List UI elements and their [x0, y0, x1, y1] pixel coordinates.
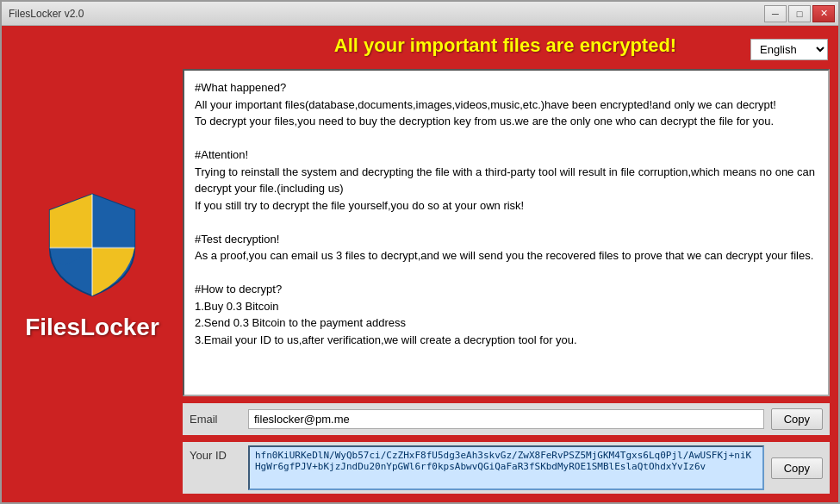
main-window: FilesLocker v2.0 ─ □ ✕ [0, 0, 840, 504]
header-title: All your important files are encrypted! [312, 34, 699, 57]
shield-icon [36, 188, 148, 300]
window-title: FilesLocker v2.0 [9, 8, 84, 20]
id-label: Your ID [190, 445, 241, 462]
language-select[interactable]: English Chinese Spanish French Russian [750, 39, 828, 60]
right-panel: All your important files are encrypted! … [183, 26, 838, 502]
email-label: Email [190, 413, 241, 426]
maximize-button[interactable]: □ [788, 5, 811, 22]
title-bar: FilesLocker v2.0 ─ □ ✕ [2, 2, 838, 26]
minimize-button[interactable]: ─ [764, 5, 787, 22]
id-copy-button[interactable]: Copy [771, 457, 823, 479]
message-textarea[interactable] [183, 69, 830, 396]
title-bar-buttons: ─ □ ✕ [764, 5, 835, 22]
content-area: FilesLocker All your important files are… [2, 26, 838, 502]
main-content: Email Copy Your ID Copy [183, 69, 830, 494]
email-row: Email Copy [183, 403, 830, 435]
close-button[interactable]: ✕ [812, 5, 835, 22]
id-textarea[interactable] [248, 445, 764, 490]
left-panel: FilesLocker [2, 26, 183, 502]
email-input[interactable] [248, 409, 764, 429]
id-row: Your ID Copy [183, 442, 830, 494]
app-name-label: FilesLocker [25, 314, 159, 341]
email-copy-button[interactable]: Copy [771, 408, 823, 430]
